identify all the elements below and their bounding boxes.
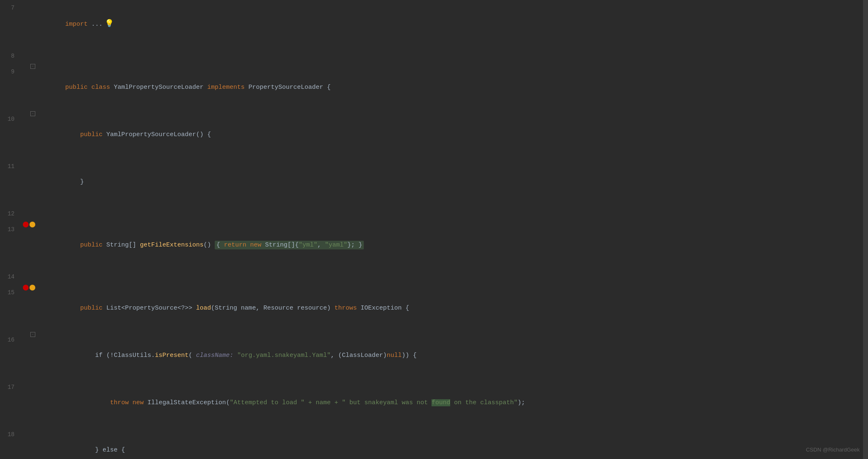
fold-icon-9[interactable]: - [30,64,35,69]
editor-container: 7 import ...💡 8 9 - public class YamlPro… [0,0,868,459]
fold-icon-16[interactable]: - [30,332,35,337]
line-number-17: 17 [4,379,23,395]
gutter-icons-9: - [23,64,35,69]
line-number-14: 14 [4,269,23,285]
code-content-13: public String[] getFileExtensions() { re… [35,222,868,269]
code-line-13: 13 public String[] getFileExtensions() {… [4,222,868,269]
watermark: CSDN @RichardGeek [806,447,860,453]
highlighted-return: { return new String[]{"yml", "yaml"}; } [215,241,364,249]
code-line-8: 8 [4,48,868,64]
kw-class: class [91,84,110,91]
kw-public-10: public [80,131,103,138]
code-content-11: } [35,159,868,206]
gutter-icons-15 [23,285,35,291]
line-number-10: 10 [4,111,23,127]
kw-public-13: public [80,242,103,249]
line-number-9: 9 [4,64,23,80]
code-content-10: public YamlPropertySourceLoader() { [35,111,868,159]
kw-implements: implements [207,84,245,91]
breakpoint-13[interactable] [23,222,29,227]
code-content-9: public class YamlPropertySourceLoader im… [35,64,868,111]
breakpoint-15[interactable] [23,285,29,291]
fold-icon-10[interactable]: - [30,111,35,116]
code-content-15: public List<PropertySource<?>> load(Stri… [35,285,868,332]
code-content-14 [35,269,868,285]
lightbulb-icon[interactable]: 💡 [105,20,114,28]
code-content-12 [35,206,868,222]
code-content-17: throw new IllegalStateException("Attempt… [35,379,868,427]
code-line-18: 18 } else { [4,427,868,459]
import-ellipsis: ... [88,21,103,28]
code-line-7: 7 import ...💡 [4,0,868,48]
code-line-11: 11 } [4,159,868,206]
code-line-16: 16 - if (!ClassUtils.isPresent( classNam… [4,332,868,379]
line-number-12: 12 [4,206,23,222]
kw-public-9: public [65,84,88,91]
line-number-8: 8 [4,48,23,64]
found-highlight: found [432,399,450,406]
code-content-16: if (!ClassUtils.isPresent( className: "o… [35,332,868,379]
line-number-11: 11 [4,159,23,174]
keyword-import: import [65,21,88,28]
method-getfileext: getFileExtensions [140,242,204,249]
line-number-7: 7 [4,0,23,16]
code-content-18: } else { [35,427,868,459]
line-number-16: 16 [4,332,23,348]
code-line-10: 10 - public YamlPropertySourceLoader() { [4,111,868,159]
code-content-7: import ...💡 [35,0,868,48]
code-line-9: 9 - public class YamlPropertySourceLoade… [4,64,868,111]
scrollbar[interactable] [863,0,868,459]
line-number-15: 15 [4,285,23,300]
code-content-8 [35,48,868,64]
code-line-17: 17 throw new IllegalStateException("Atte… [4,379,868,427]
code-line-15: 15 public List<PropertySource<?>> load(S… [4,285,868,332]
fold-warning-13 [29,222,35,227]
code-line-12: 12 [4,206,868,222]
gutter-icons-13 [23,222,35,227]
line-number-13: 13 [4,222,23,237]
gutter-icons-16: - [23,332,35,337]
gutter-icons-10: - [23,111,35,116]
code-line-14: 14 [4,269,868,285]
code-area: 7 import ...💡 8 9 - public class YamlPro… [0,0,868,459]
fold-icon-15[interactable] [29,285,35,291]
line-number-18: 18 [4,427,23,442]
